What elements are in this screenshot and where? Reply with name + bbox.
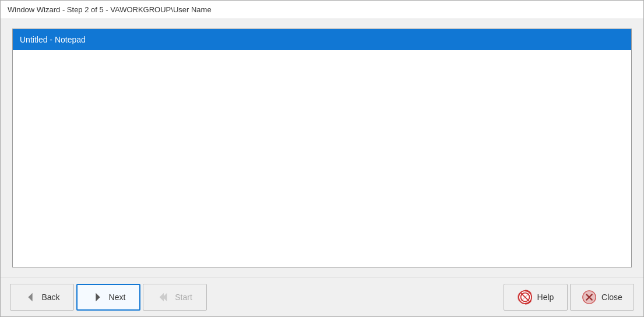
back-button[interactable]: Back	[10, 284, 74, 311]
list-item[interactable]: Untitled - Notepad	[13, 29, 631, 50]
window-title: Window Wizard - Step 2 of 5 - VAWORKGROU…	[8, 5, 212, 14]
svg-marker-1	[96, 293, 100, 301]
help-button[interactable]: Help	[504, 284, 568, 311]
back-icon	[24, 291, 37, 304]
svg-marker-0	[29, 293, 33, 301]
title-bar: Window Wizard - Step 2 of 5 - VAWORKGROU…	[1, 1, 643, 19]
svg-marker-3	[160, 293, 164, 301]
next-button[interactable]: Next	[76, 284, 140, 311]
main-content: Untitled - Notepad	[1, 19, 643, 277]
window-list[interactable]: Untitled - Notepad	[12, 29, 632, 267]
help-icon	[518, 290, 533, 305]
wizard-window: Window Wizard - Step 2 of 5 - VAWORKGROU…	[0, 0, 644, 317]
start-icon	[157, 291, 170, 304]
close-icon	[582, 290, 597, 305]
start-button[interactable]: Start	[143, 284, 207, 311]
close-button[interactable]: Close	[570, 284, 634, 311]
footer: Back Next Start	[1, 277, 643, 316]
next-icon	[92, 291, 104, 304]
